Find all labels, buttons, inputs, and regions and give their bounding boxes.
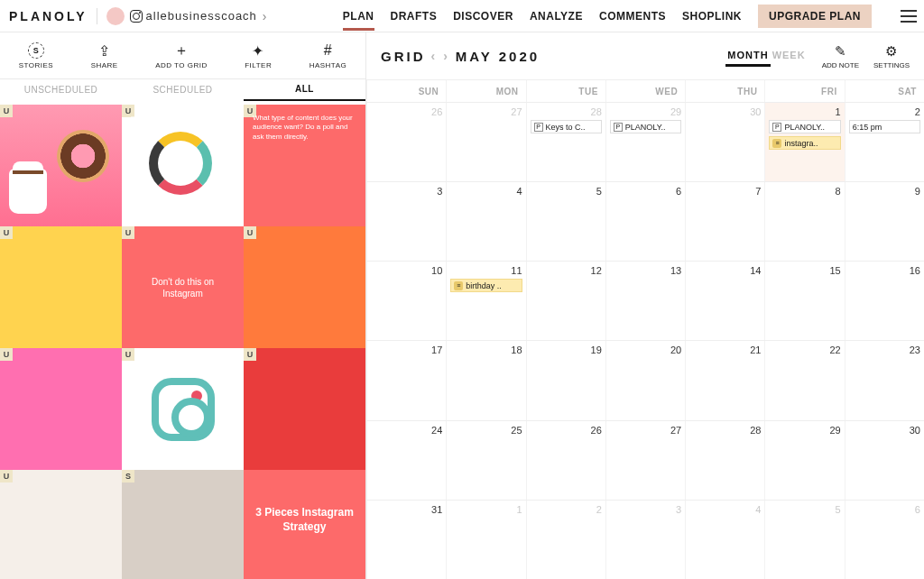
filter-button[interactable]: ✦ FILTER [245,41,272,69]
calendar-day[interactable]: 18 [446,341,525,419]
calendar-title: GRID ‹ › MAY 2020 [381,49,540,64]
day-number: 29 [769,425,840,436]
calendar-day[interactable]: 29PPLANOLY.. [605,103,685,181]
menu-icon[interactable] [901,10,917,23]
calendar-week: 1011≡birthday ..1213141516 [366,261,924,340]
media-tile[interactable]: U [0,226,122,348]
media-tile[interactable]: U [122,348,244,470]
day-number: 30 [689,106,761,117]
calendar-day[interactable]: 20 [605,341,685,419]
calendar-note[interactable]: ≡birthday .. [450,279,522,292]
tile-badge: U [244,348,256,361]
calendar-day[interactable]: 31 [366,501,446,579]
grid-scroll[interactable]: UUmarketers' top goals for socialUWhat t… [0,105,365,579]
media-tile[interactable]: U [244,348,365,470]
calendar-day[interactable]: 1 [446,501,525,579]
calendar-event[interactable]: PPLANOLY.. [610,120,681,133]
avatar[interactable] [106,7,125,25]
media-tile[interactable]: U [0,348,122,470]
filter-scheduled[interactable]: SCHEDULED [122,85,244,100]
filter-unscheduled[interactable]: UNSCHEDULED [0,85,122,100]
note-icon: ≡ [454,281,463,290]
calendar-day[interactable]: 16 [845,262,924,340]
nav-comments[interactable]: COMMENTS [599,10,666,23]
calendar-day[interactable]: 25 [446,421,525,500]
media-tile[interactable]: Umarketers' top goals for social [122,105,244,226]
calendar-day[interactable]: 26 [526,421,605,500]
calendar-event[interactable]: 6:15 pm [849,120,920,133]
calendar-day[interactable]: 27 [446,103,525,181]
calendar-day[interactable]: 6 [845,501,924,579]
add-note-button[interactable]: ✎ ADD NOTE [822,43,859,69]
calendar-day[interactable]: 3 [366,182,446,261]
calendar-event[interactable]: PKeys to C.. [531,120,602,133]
upgrade-button[interactable]: UPGRADE PLAN [758,5,872,28]
nav-plan[interactable]: PLAN [343,10,374,31]
filter-label: FILTER [245,61,272,69]
share-button[interactable]: ⇪ SHARE [91,41,118,69]
calendar-day[interactable]: 27 [605,421,685,500]
calendar-day[interactable]: 19 [526,341,605,419]
calendar-day[interactable]: 28 [685,421,764,500]
calendar-day[interactable]: 4 [685,501,764,579]
account-handle[interactable]: allebusinesscoach [146,9,257,23]
media-tile[interactable]: S [122,470,244,579]
calendar-day[interactable]: 24 [366,421,446,500]
prev-month-button[interactable]: ‹ [431,49,439,63]
calendar-day[interactable]: 22 [764,341,844,419]
media-tile[interactable]: 3 Pieces Instagram Strategy [244,470,365,579]
calendar-day[interactable]: 7 [685,182,764,261]
calendar-day[interactable]: 30 [845,421,924,500]
tile-badge: U [244,226,256,239]
calendar-day[interactable]: 26:15 pm [845,103,924,181]
add-to-grid-button[interactable]: ＋ ADD TO GRID [155,41,208,69]
calendar-day[interactable]: 30 [685,103,764,181]
calendar-day[interactable]: 15 [764,262,844,340]
calendar-day[interactable]: 28PKeys to C.. [526,103,605,181]
toggle-week[interactable]: WEEK [771,46,808,67]
media-tile[interactable]: U [0,470,122,579]
nav-discover[interactable]: DISCOVER [453,10,513,23]
calendar-day[interactable]: 26 [366,103,446,181]
calendar-day[interactable]: 13 [605,262,685,340]
next-month-button[interactable]: › [443,49,450,63]
calendar-day[interactable]: 9 [845,182,924,261]
media-tile[interactable]: U [0,105,122,226]
media-tile[interactable]: UWhat type of content does your audience… [244,105,365,226]
calendar-day[interactable]: 11≡birthday .. [446,262,525,340]
calendar-day[interactable]: 12 [526,262,605,340]
hashtag-button[interactable]: # HASHTAG [310,41,347,69]
calendar-day[interactable]: 3 [605,501,685,579]
calendar-day[interactable]: 14 [685,262,764,340]
calendar-day[interactable]: 8 [764,182,844,261]
calendar-event[interactable]: PPLANOLY.. [769,120,840,133]
day-number: 20 [610,345,681,355]
stories-button[interactable]: S STORIES [19,41,53,69]
day-number: 17 [371,345,442,355]
calendar-day[interactable]: 1PPLANOLY..≡instagra.. [764,103,844,181]
calendar-day[interactable]: 4 [446,182,525,261]
media-tile[interactable]: U [244,226,365,348]
calendar-day[interactable]: 10 [366,262,446,340]
calendar-day[interactable]: 6 [605,182,685,261]
calendar-day[interactable]: 21 [685,341,764,419]
filter-all[interactable]: ALL [244,84,365,101]
settings-button[interactable]: ⚙ SETTINGS [873,43,910,69]
chevron-right-icon[interactable]: › [263,9,267,23]
nav-drafts[interactable]: DRAFTS [391,10,438,23]
tile-caption: What type of content does your audience … [244,105,365,226]
calendar-day[interactable]: 23 [845,341,924,419]
calendar-day[interactable]: 17 [366,341,446,419]
calendar-day[interactable]: 5 [526,182,605,261]
media-tile[interactable]: UDon't do this on Instagram [122,226,244,348]
right-panel: GRID ‹ › MAY 2020 MONTH WEEK ✎ ADD NOTE … [366,32,924,579]
nav-analyze[interactable]: ANALYZE [530,10,583,23]
calendar-note[interactable]: ≡instagra.. [769,136,840,150]
instagram-icon [130,10,143,23]
calendar-day[interactable]: 29 [764,421,844,500]
calendar-day[interactable]: 2 [526,501,605,579]
calendar-day[interactable]: 5 [764,501,844,579]
toggle-month[interactable]: MONTH [725,46,770,67]
divider [97,8,97,24]
nav-shoplink[interactable]: SHOPLINK [682,10,742,23]
